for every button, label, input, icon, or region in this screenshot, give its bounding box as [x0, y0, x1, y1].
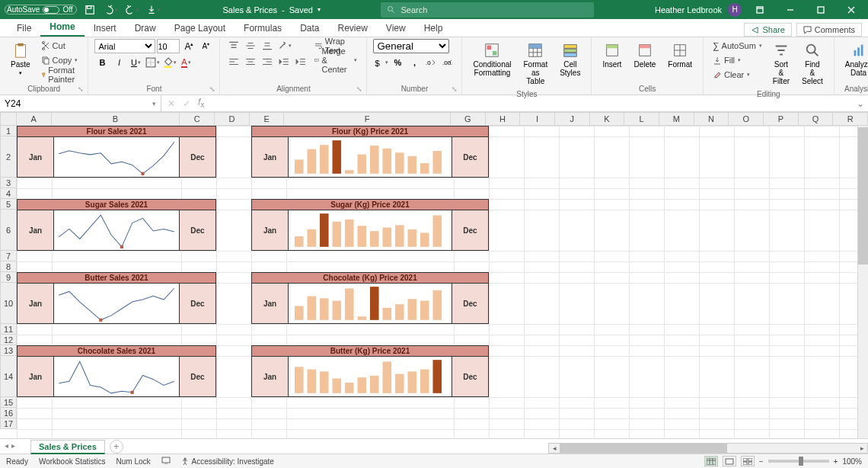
- workbook-stats-button[interactable]: Workbook Statistics: [39, 457, 106, 466]
- minimize-button[interactable]: [778, 0, 803, 19]
- column-header[interactable]: O: [729, 112, 764, 126]
- percent-button[interactable]: %: [390, 56, 405, 69]
- row-header[interactable]: 2: [0, 136, 17, 178]
- decrease-font-button[interactable]: A▾: [198, 40, 213, 53]
- row-header[interactable]: 16: [0, 408, 17, 418]
- row-header[interactable]: 17: [0, 418, 17, 429]
- comma-button[interactable]: ,: [407, 56, 422, 69]
- font-size-input[interactable]: [157, 39, 180, 53]
- maximize-button[interactable]: [809, 0, 833, 19]
- normal-view-button[interactable]: [704, 456, 718, 466]
- cells-canvas[interactable]: Flour Sales 2021 Jan Dec Sugar Sales 202…: [17, 126, 868, 438]
- tab-view[interactable]: View: [377, 20, 415, 37]
- tab-file[interactable]: File: [8, 20, 40, 37]
- format-painter-button[interactable]: Format Painter: [38, 68, 82, 82]
- increase-decimal-button[interactable]: .0: [423, 56, 439, 69]
- tab-data[interactable]: Data: [291, 20, 328, 37]
- dropdown-icon[interactable]: ▾: [318, 6, 321, 13]
- font-color-button[interactable]: A: [178, 56, 193, 69]
- align-bottom-button[interactable]: [260, 39, 275, 53]
- tab-page-layout[interactable]: Page Layout: [165, 20, 235, 37]
- row-header[interactable]: 14: [0, 356, 17, 397]
- column-header[interactable]: F: [284, 112, 450, 126]
- page-layout-view-button[interactable]: [723, 456, 736, 466]
- tab-help[interactable]: Help: [415, 20, 452, 37]
- horizontal-scrollbar[interactable]: ◂ ▸: [548, 443, 868, 454]
- increase-indent-button[interactable]: [293, 55, 308, 69]
- scroll-right-button[interactable]: ▸: [857, 444, 867, 452]
- save-button[interactable]: [81, 2, 98, 18]
- row-header[interactable]: 8: [0, 261, 17, 272]
- row-header[interactable]: 5: [0, 199, 17, 210]
- row-header[interactable]: 13: [0, 345, 17, 356]
- close-button[interactable]: [839, 0, 863, 19]
- italic-button[interactable]: I: [111, 56, 126, 69]
- align-right-button[interactable]: [260, 55, 275, 69]
- decrease-decimal-button[interactable]: .00: [440, 56, 455, 69]
- user-avatar[interactable]: H: [728, 3, 742, 17]
- fill-button[interactable]: Fill: [710, 53, 765, 67]
- column-header[interactable]: B: [52, 112, 180, 126]
- insert-function-button[interactable]: fx: [198, 97, 204, 109]
- touch-mode-button[interactable]: [145, 2, 162, 18]
- display-settings-button[interactable]: [161, 457, 171, 466]
- number-format-select[interactable]: General: [373, 39, 449, 53]
- alignment-launcher[interactable]: ⤡: [356, 85, 364, 93]
- number-launcher[interactable]: ⤡: [452, 85, 459, 93]
- paste-button[interactable]: Paste▾: [6, 39, 35, 79]
- increase-font-button[interactable]: A▴: [181, 40, 196, 53]
- underline-button[interactable]: U: [128, 56, 143, 69]
- row-header[interactable]: 7: [0, 251, 17, 261]
- sheet-nav-next[interactable]: ▸: [11, 441, 15, 450]
- zoom-in-button[interactable]: +: [834, 457, 838, 466]
- page-break-view-button[interactable]: [741, 456, 755, 466]
- column-header[interactable]: K: [590, 112, 625, 126]
- tab-formulas[interactable]: Formulas: [235, 20, 291, 37]
- row-header[interactable]: 12: [0, 335, 17, 345]
- row-header[interactable]: 1: [0, 126, 17, 136]
- clipboard-launcher[interactable]: ⤡: [78, 85, 85, 93]
- delete-cells-button[interactable]: Delete: [629, 39, 660, 72]
- sort-filter-button[interactable]: Sort & Filter: [768, 39, 794, 88]
- column-header[interactable]: G: [451, 112, 486, 126]
- tab-home[interactable]: Home: [40, 18, 84, 37]
- column-header[interactable]: P: [764, 112, 799, 126]
- zoom-level[interactable]: 100%: [842, 457, 862, 466]
- share-button[interactable]: Share: [744, 23, 791, 37]
- column-header[interactable]: L: [624, 112, 659, 126]
- sheet-nav-prev[interactable]: ◂: [5, 441, 8, 450]
- name-box[interactable]: Y24▾: [0, 95, 161, 111]
- column-header[interactable]: Q: [799, 112, 834, 126]
- tab-insert[interactable]: Insert: [85, 20, 126, 37]
- autosave-toggle[interactable]: AutoSave Off: [5, 5, 77, 14]
- fill-color-button[interactable]: [161, 56, 177, 69]
- expand-formula-bar-button[interactable]: ⌄: [853, 95, 868, 111]
- scroll-left-button[interactable]: ◂: [549, 444, 560, 452]
- format-as-table-button[interactable]: Format as Table: [519, 39, 552, 88]
- add-sheet-button[interactable]: +: [110, 440, 123, 454]
- column-header[interactable]: I: [520, 112, 555, 126]
- spreadsheet-grid[interactable]: ABCDEFGHIJKLMNOPQR 123456789101112131415…: [0, 112, 868, 438]
- undo-button[interactable]: [103, 2, 120, 18]
- autosum-button[interactable]: ∑AutoSum: [710, 39, 765, 53]
- decrease-indent-button[interactable]: [276, 55, 292, 69]
- column-header[interactable]: A: [17, 112, 52, 126]
- column-header[interactable]: N: [694, 112, 729, 126]
- enter-formula-button[interactable]: ✓: [183, 98, 190, 109]
- column-header[interactable]: C: [180, 112, 215, 126]
- align-left-button[interactable]: [226, 55, 241, 69]
- analyze-data-button[interactable]: Analyze Data: [841, 39, 868, 80]
- search-input[interactable]: Search: [381, 2, 594, 18]
- tab-draw[interactable]: Draw: [126, 20, 165, 37]
- format-cells-button[interactable]: Format: [663, 39, 697, 72]
- orientation-button[interactable]: [276, 39, 292, 53]
- row-header[interactable]: 10: [0, 283, 17, 324]
- comments-button[interactable]: Comments: [796, 23, 862, 37]
- accounting-format-button[interactable]: $: [373, 56, 388, 69]
- row-header[interactable]: 9: [0, 272, 17, 283]
- cut-button[interactable]: Cut: [38, 39, 82, 53]
- border-button[interactable]: [145, 56, 160, 69]
- sheet-tab-active[interactable]: Sales & Prices: [30, 440, 105, 454]
- align-middle-button[interactable]: [243, 39, 258, 53]
- zoom-slider[interactable]: [768, 460, 829, 463]
